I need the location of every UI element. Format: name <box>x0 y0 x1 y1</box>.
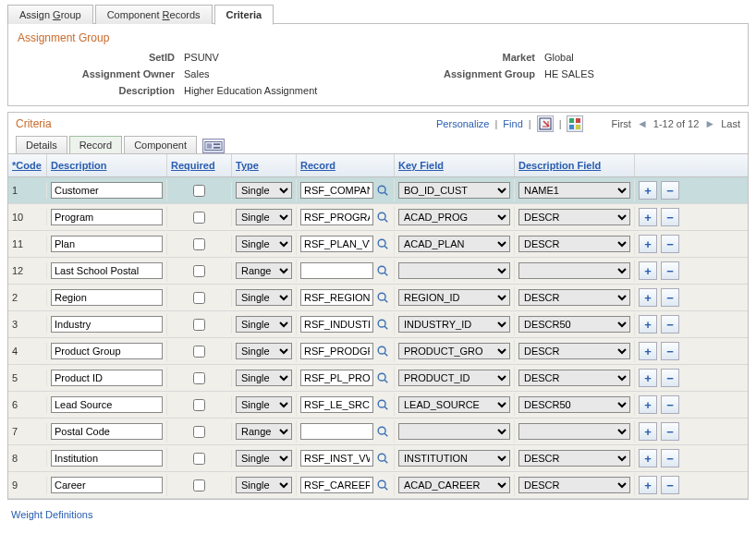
desc-field-select[interactable]: DESCR <box>518 289 630 306</box>
delete-row-button[interactable]: − <box>661 208 679 226</box>
key-field-select[interactable]: ACAD_PLAN <box>398 236 510 252</box>
record-field[interactable] <box>300 450 373 467</box>
personalize-link[interactable]: Personalize <box>436 118 489 129</box>
add-row-button[interactable]: + <box>639 342 657 360</box>
delete-row-button[interactable]: − <box>661 422 679 441</box>
type-select[interactable]: SingleRange <box>236 289 292 306</box>
key-field-select[interactable]: ACAD_CAREER <box>398 477 510 493</box>
desc-field-select[interactable]: NAME1 <box>518 182 630 199</box>
record-field[interactable] <box>300 343 373 359</box>
desc-field-select[interactable]: DESCR <box>518 209 630 225</box>
col-code[interactable]: *Code <box>8 154 47 176</box>
type-select[interactable]: SingleRange <box>236 236 292 252</box>
weight-definitions-link[interactable]: Weight Definitions <box>11 509 92 520</box>
add-row-button[interactable]: + <box>639 476 657 494</box>
required-checkbox[interactable] <box>193 426 205 438</box>
type-select[interactable]: SingleRange <box>236 396 292 413</box>
desc-field-select[interactable] <box>518 262 630 279</box>
type-select[interactable]: SingleRange <box>236 262 292 279</box>
required-checkbox[interactable] <box>193 346 205 358</box>
delete-row-button[interactable]: − <box>661 395 679 414</box>
key-field-select[interactable]: INSTITUTION <box>398 450 510 467</box>
add-row-button[interactable]: + <box>639 315 657 334</box>
add-row-button[interactable]: + <box>639 449 657 467</box>
nav-next-icon[interactable]: ► <box>704 117 715 130</box>
key-field-select[interactable]: REGION_ID <box>398 289 510 306</box>
type-select[interactable]: SingleRange <box>236 343 292 359</box>
nav-first[interactable]: First <box>611 118 630 129</box>
description-field[interactable] <box>51 477 163 493</box>
description-field[interactable] <box>51 236 163 252</box>
required-checkbox[interactable] <box>193 238 205 250</box>
col-record[interactable]: Record <box>297 154 395 176</box>
description-field[interactable] <box>51 423 163 440</box>
desc-field-select[interactable]: DESCR50 <box>518 316 630 333</box>
record-field[interactable] <box>300 477 373 493</box>
add-row-button[interactable]: + <box>639 369 657 387</box>
add-row-button[interactable]: + <box>639 395 657 414</box>
col-type[interactable]: Type <box>232 154 297 176</box>
required-checkbox[interactable] <box>193 399 205 411</box>
required-checkbox[interactable] <box>193 479 205 491</box>
delete-row-button[interactable]: − <box>661 449 679 467</box>
add-row-button[interactable]: + <box>639 181 657 200</box>
tab-component-records[interactable]: Component Records <box>95 5 213 24</box>
key-field-select[interactable]: ACAD_PROG <box>398 209 510 225</box>
required-checkbox[interactable] <box>193 212 205 224</box>
add-row-button[interactable]: + <box>639 235 657 253</box>
lookup-icon[interactable] <box>375 237 390 251</box>
add-row-button[interactable]: + <box>639 261 657 280</box>
tab-criteria[interactable]: Criteria <box>214 5 274 25</box>
delete-row-button[interactable]: − <box>661 235 679 253</box>
lookup-icon[interactable] <box>375 344 390 358</box>
record-field[interactable] <box>300 209 373 225</box>
col-key-field[interactable]: Key Field <box>395 154 515 176</box>
required-checkbox[interactable] <box>193 185 205 197</box>
type-select[interactable]: SingleRange <box>236 477 292 493</box>
required-checkbox[interactable] <box>193 319 205 331</box>
record-field[interactable] <box>300 396 373 413</box>
sub-tab-component[interactable]: Component <box>124 136 197 153</box>
record-field[interactable] <box>300 423 373 440</box>
zoom-icon[interactable] <box>537 115 554 132</box>
delete-row-button[interactable]: − <box>661 181 679 200</box>
tab-assign-group[interactable]: Assign Group <box>7 5 93 24</box>
description-field[interactable] <box>51 209 163 225</box>
key-field-select[interactable] <box>398 423 510 440</box>
sub-tab-details[interactable]: Details <box>16 136 67 153</box>
required-checkbox[interactable] <box>193 265 205 277</box>
record-field[interactable] <box>300 370 373 386</box>
key-field-select[interactable]: PRODUCT_ID <box>398 370 510 386</box>
type-select[interactable]: SingleRange <box>236 182 292 199</box>
key-field-select[interactable]: BO_ID_CUST <box>398 182 510 199</box>
description-field[interactable] <box>51 289 163 306</box>
type-select[interactable]: SingleRange <box>236 450 292 467</box>
record-field[interactable] <box>300 289 373 306</box>
required-checkbox[interactable] <box>193 292 205 304</box>
delete-row-button[interactable]: − <box>661 261 679 280</box>
delete-row-button[interactable]: − <box>661 369 679 387</box>
desc-field-select[interactable]: DESCR <box>518 370 630 386</box>
desc-field-select[interactable]: DESCR50 <box>518 396 630 413</box>
lookup-icon[interactable] <box>375 424 390 439</box>
lookup-icon[interactable] <box>375 290 390 305</box>
desc-field-select[interactable]: DESCR <box>518 477 630 493</box>
download-icon[interactable] <box>567 115 583 132</box>
col-desc-field[interactable]: Description Field <box>515 154 635 176</box>
record-field[interactable] <box>300 316 373 333</box>
desc-field-select[interactable] <box>518 423 630 440</box>
nav-prev-icon[interactable]: ◄ <box>637 117 648 130</box>
key-field-select[interactable]: INDUSTRY_ID <box>398 316 510 333</box>
description-field[interactable] <box>51 182 163 199</box>
desc-field-select[interactable]: DESCR <box>518 343 630 359</box>
record-field[interactable] <box>300 182 373 199</box>
col-required[interactable]: Required <box>167 154 232 176</box>
required-checkbox[interactable] <box>193 372 205 384</box>
type-select[interactable]: SingleRange <box>236 423 292 440</box>
description-field[interactable] <box>51 370 163 386</box>
expand-all-icon[interactable] <box>202 139 225 153</box>
delete-row-button[interactable]: − <box>661 315 679 334</box>
desc-field-select[interactable]: DESCR <box>518 450 630 467</box>
delete-row-button[interactable]: − <box>661 288 679 307</box>
add-row-button[interactable]: + <box>639 208 657 226</box>
